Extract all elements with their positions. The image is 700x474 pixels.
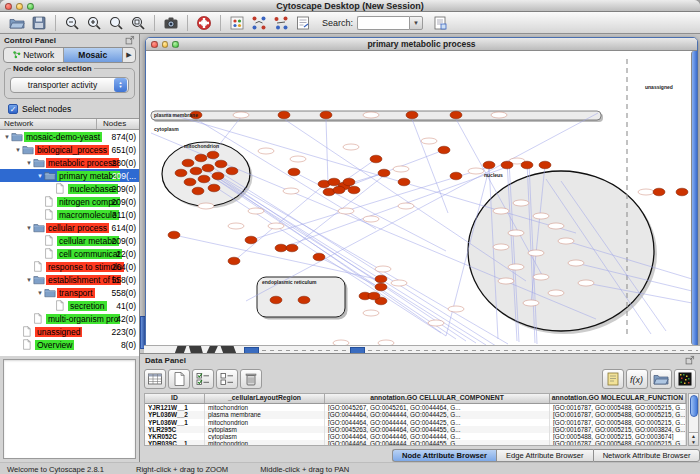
node-label-pill[interactable] <box>198 203 214 209</box>
layout-a-button[interactable] <box>248 13 270 33</box>
column-header[interactable]: annotation.GO CELLULAR_COMPONENT <box>325 394 550 403</box>
tab-network[interactable]: Network <box>4 48 64 62</box>
node-label-pill[interactable] <box>343 144 359 150</box>
node-label-pill[interactable] <box>363 112 379 118</box>
node-label-pill[interactable] <box>268 223 284 229</box>
zoom-button[interactable] <box>172 41 179 48</box>
node-label-pill[interactable] <box>391 280 407 286</box>
table-scrollbar[interactable]: ▲▼ <box>688 393 699 446</box>
node-label-pill[interactable] <box>533 274 549 280</box>
node-label-pill[interactable] <box>375 266 391 272</box>
tree-row-transport[interactable]: ▼transport558(0) <box>0 286 139 299</box>
tree-row-secretion[interactable]: secretion41(0) <box>0 299 139 312</box>
network-node[interactable] <box>182 159 194 167</box>
column-header[interactable]: annotation.GO MOLECULAR_FUNCTION <box>550 394 686 403</box>
network-node[interactable] <box>501 161 513 169</box>
new-attribute-button[interactable] <box>168 369 190 389</box>
manage-networks-button[interactable] <box>226 13 248 33</box>
table-scrollbar-arrows[interactable]: ▲▼ <box>689 432 698 445</box>
network-node[interactable] <box>192 187 204 195</box>
network-node[interactable] <box>343 178 355 186</box>
minimize-button[interactable] <box>16 3 23 10</box>
column-header[interactable]: _cellularLayoutRegion <box>205 394 325 403</box>
birdseye-view-panel[interactable] <box>3 359 136 459</box>
node-color-dropdown[interactable]: transporter activity ▲▼ <box>10 77 129 93</box>
node-label-pill[interactable] <box>493 208 509 214</box>
node-label-pill[interactable] <box>638 189 654 195</box>
network-node[interactable] <box>288 168 300 176</box>
network-tree[interactable]: ▼mosaic-demo-yeast874(0)▼biological_proc… <box>0 130 139 356</box>
network-node[interactable] <box>212 172 224 180</box>
select-attributes-button[interactable] <box>144 369 166 389</box>
node-label-pill[interactable] <box>228 223 244 229</box>
zoom-in-button[interactable] <box>83 13 105 33</box>
attribute-table[interactable]: ID_cellularLayoutRegionannotation.GO CEL… <box>144 393 687 446</box>
delete-attribute-button[interactable] <box>240 369 262 389</box>
node-label-pill[interactable] <box>468 168 484 174</box>
network-node[interactable] <box>320 111 332 119</box>
expander-icon[interactable]: ▼ <box>25 160 33 166</box>
network-node[interactable] <box>195 154 207 162</box>
tree-row-multi-organism-pro[interactable]: multi-organism pro42(0) <box>0 312 139 325</box>
network-node[interactable] <box>202 164 214 172</box>
table-row-ypl036w__2[interactable]: YPL036W__2plasma membrane[GO:0044464, GO… <box>145 411 686 418</box>
zoom-button[interactable] <box>27 3 34 10</box>
node-label-pill[interactable] <box>398 203 414 209</box>
tree-row-unassigned[interactable]: unassigned223(0) <box>0 325 139 338</box>
node-label-pill[interactable] <box>508 264 524 270</box>
zoom-out-button[interactable] <box>61 13 83 33</box>
minimize-button[interactable] <box>162 41 169 48</box>
tree-row-mosaic-demo-yeast[interactable]: ▼mosaic-demo-yeast874(0) <box>0 130 139 143</box>
network-node[interactable] <box>270 296 282 304</box>
region-nucleus[interactable] <box>468 171 654 331</box>
table-row-ydr039c__1[interactable]: YDR039C__1mitochondrion[GO:0044464, GO:0… <box>145 440 686 446</box>
table-row-yjr121w__1[interactable]: YJR121W__1mitochondrion[GO:0045267, GO:0… <box>145 404 686 411</box>
table-row-ykr052c[interactable]: YKR052Ccytoplasm[GO:0044464, GO:0044446,… <box>145 433 686 440</box>
network-edge[interactable] <box>216 179 476 343</box>
table-row-ypl036w__1[interactable]: YPL036W__1mitochondrion[GO:0044464, GO:0… <box>145 419 686 426</box>
node-label-pill[interactable] <box>548 290 564 296</box>
tab-node-attribute-browser[interactable]: Node Attribute Browser <box>392 449 496 462</box>
tree-row-overview[interactable]: Overview8(0) <box>0 338 139 351</box>
tree-column-network[interactable]: Network <box>0 119 97 129</box>
save-button[interactable] <box>28 13 50 33</box>
network-node[interactable] <box>483 161 495 169</box>
tree-row-response-to-stimulu[interactable]: response to stimulu264(0) <box>0 260 139 273</box>
node-label-pill[interactable] <box>558 238 574 244</box>
import-attributes-button[interactable] <box>650 369 672 389</box>
network-node[interactable] <box>348 186 360 194</box>
node-label-pill[interactable] <box>578 280 594 286</box>
network-edge[interactable] <box>326 119 328 184</box>
tab-edge-attribute-browser[interactable]: Edge Attribute Browser <box>496 449 593 462</box>
column-header[interactable]: ID <box>145 394 205 403</box>
node-label-pill[interactable] <box>248 208 264 214</box>
network-node[interactable] <box>184 178 196 186</box>
tab-mosaic[interactable]: Mosaic <box>64 48 124 62</box>
node-label-pill[interactable] <box>498 278 514 284</box>
node-label-pill[interactable] <box>491 112 507 118</box>
network-node[interactable] <box>438 146 450 154</box>
network-node[interactable] <box>278 111 290 119</box>
network-node[interactable] <box>450 172 462 180</box>
node-label-pill[interactable] <box>421 138 437 144</box>
unselect-all-attributes-button[interactable] <box>216 369 238 389</box>
network-node[interactable] <box>286 244 298 252</box>
network-node[interactable] <box>398 178 410 186</box>
network-window-titlebar[interactable]: primary metabolic process <box>146 38 697 51</box>
network-node[interactable] <box>378 169 390 177</box>
close-button[interactable] <box>5 3 12 10</box>
node-label-pill[interactable] <box>233 112 249 118</box>
select-all-attributes-button[interactable] <box>192 369 214 389</box>
network-node[interactable] <box>406 111 418 119</box>
node-label-pill[interactable] <box>448 306 464 312</box>
node-label-pill[interactable] <box>528 250 544 256</box>
network-view-window[interactable]: primary metabolic process plasma membran… <box>145 37 698 346</box>
network-node[interactable] <box>539 161 551 169</box>
layout-b-button[interactable] <box>270 13 292 33</box>
select-nodes-checkbox[interactable]: ✓ <box>8 104 18 114</box>
network-node[interactable] <box>375 275 387 283</box>
tree-row-cell-communicat[interactable]: cell communicat22(0) <box>0 247 139 260</box>
expander-icon[interactable]: ▼ <box>14 147 22 153</box>
tree-row-metabolic-process[interactable]: ▼metabolic process280(0) <box>0 156 139 169</box>
search-dropdown-button[interactable]: ▼ <box>409 16 423 30</box>
